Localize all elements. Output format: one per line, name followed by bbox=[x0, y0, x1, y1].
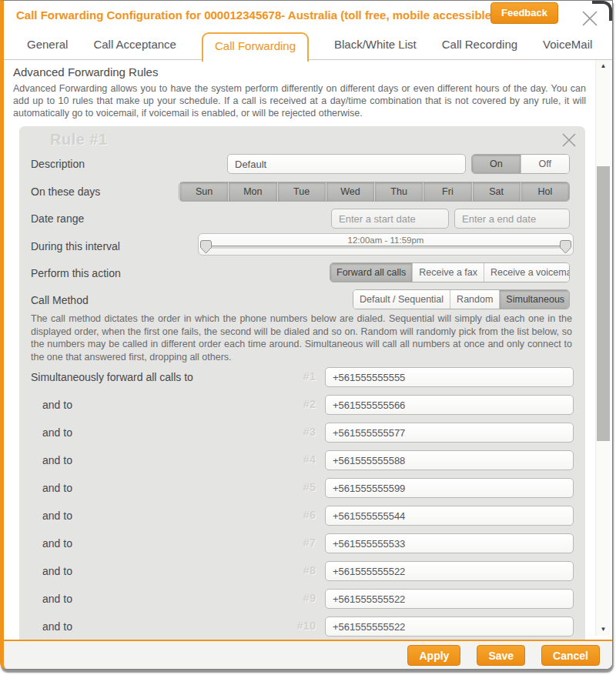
forward-row: and to #4 bbox=[19, 450, 585, 470]
forward-row-index: #2 bbox=[270, 398, 316, 410]
description-label: Description bbox=[31, 158, 85, 170]
forward-row-label: and to bbox=[42, 426, 72, 439]
interval-value: 12:00am - 11:59pm bbox=[199, 236, 573, 245]
phone-number-input-10[interactable] bbox=[325, 617, 574, 637]
phone-number-input-9[interactable] bbox=[325, 589, 574, 609]
forward-row-index: #10 bbox=[270, 620, 316, 632]
forward-row-index: #6 bbox=[270, 509, 316, 521]
forward-row-index: #5 bbox=[270, 481, 316, 493]
method-default-sequential[interactable]: Default / Sequential bbox=[353, 290, 450, 309]
forward-row: and to #10 bbox=[19, 617, 585, 637]
rule-close-icon[interactable] bbox=[561, 132, 578, 149]
action-label: Perform this action bbox=[31, 267, 121, 279]
call-forwarding-dialog: Call Forwarding Configuration for 000012… bbox=[0, 0, 613, 670]
action-receive-a-voicemail[interactable]: Receive a voicemail bbox=[484, 263, 570, 282]
tab-call-forwarding[interactable]: Call Forwarding bbox=[202, 32, 309, 62]
slider-handle-start[interactable] bbox=[200, 240, 212, 254]
scroll-down-icon[interactable]: ▼ bbox=[596, 623, 611, 636]
rule-enabled-toggle: On Off bbox=[471, 154, 570, 174]
day-button-fri[interactable]: Fri bbox=[423, 182, 471, 201]
tab-voicemail[interactable]: VoiceMail bbox=[543, 38, 592, 59]
phone-number-input-8[interactable] bbox=[325, 561, 574, 581]
action-selector: Forward all calls Receive a fax Receive … bbox=[330, 262, 570, 282]
method-simultaneous[interactable]: Simultaneous bbox=[499, 290, 570, 309]
tab-general[interactable]: General bbox=[27, 38, 68, 59]
phone-number-input-1[interactable] bbox=[325, 367, 574, 387]
close-icon[interactable] bbox=[581, 9, 599, 28]
forward-row-index: #9 bbox=[270, 592, 316, 604]
forward-row-label: and to bbox=[42, 482, 72, 494]
scroll-up-icon[interactable]: ▲ bbox=[596, 60, 611, 72]
date-range-label: Date range bbox=[31, 212, 84, 225]
tab-black-white-list[interactable]: Black/White List bbox=[334, 38, 417, 59]
forward-row: Simultaneously forward all calls to #1 bbox=[19, 367, 585, 387]
time-interval-slider[interactable]: 12:00am - 11:59pm bbox=[198, 233, 574, 256]
day-button-mon[interactable]: Mon bbox=[228, 182, 276, 201]
day-button-thu[interactable]: Thu bbox=[374, 182, 423, 201]
forward-row: and to #5 bbox=[19, 478, 585, 498]
forward-row-label: and to bbox=[42, 537, 72, 550]
rule-title: Rule #1 bbox=[50, 131, 108, 149]
end-date-input[interactable] bbox=[454, 209, 570, 229]
phone-number-input-7[interactable] bbox=[325, 533, 574, 553]
forward-row-index: #3 bbox=[270, 426, 316, 438]
phone-number-input-6[interactable] bbox=[325, 506, 574, 526]
day-button-sat[interactable]: Sat bbox=[472, 182, 521, 201]
phone-number-input-2[interactable] bbox=[325, 395, 574, 415]
forward-row: and to #2 bbox=[19, 395, 585, 415]
section-heading: Advanced Forwarding Rules bbox=[13, 65, 158, 79]
call-method-selector: Default / Sequential Random Simultaneous bbox=[353, 289, 570, 309]
save-button[interactable]: Save bbox=[477, 645, 525, 666]
toggle-on-button[interactable]: On bbox=[472, 155, 521, 173]
forward-row: and to #8 bbox=[19, 561, 585, 581]
forward-row-label: and to bbox=[42, 510, 72, 522]
phone-number-input-4[interactable] bbox=[325, 450, 574, 470]
forward-row-label: and to bbox=[42, 565, 72, 577]
scrollbar-thumb[interactable] bbox=[597, 166, 610, 441]
forward-row-label: and to bbox=[42, 620, 72, 633]
tab-bar: General Call Acceptance Call Forwarding … bbox=[4, 28, 612, 60]
action-forward-all-calls[interactable]: Forward all calls bbox=[330, 263, 412, 282]
forward-row: and to #7 bbox=[19, 533, 585, 553]
forward-row-label: and to bbox=[42, 593, 72, 605]
start-date-input[interactable] bbox=[331, 209, 449, 229]
forward-row-label: and to bbox=[42, 399, 72, 411]
forward-row: and to #3 bbox=[19, 423, 585, 443]
day-button-hol[interactable]: Hol bbox=[521, 182, 569, 201]
method-random[interactable]: Random bbox=[450, 290, 499, 309]
forward-row: and to #9 bbox=[19, 589, 585, 609]
call-method-description: The call method dictates the order in wh… bbox=[31, 312, 572, 363]
phone-number-input-3[interactable] bbox=[325, 423, 574, 443]
slider-handle-end[interactable] bbox=[560, 240, 571, 254]
apply-button[interactable]: Apply bbox=[407, 645, 460, 666]
feedback-button[interactable]: Feedback bbox=[490, 2, 558, 24]
forward-row-index: #1 bbox=[270, 370, 316, 383]
vertical-scrollbar[interactable]: ▲ ▼ bbox=[595, 60, 611, 636]
slider-track bbox=[206, 246, 566, 249]
phone-number-input-5[interactable] bbox=[325, 478, 574, 498]
footer-bar: Apply Save Cancel bbox=[4, 640, 612, 670]
interval-label: During this interval bbox=[31, 240, 120, 252]
screen: Call Forwarding Configuration for 000012… bbox=[0, 0, 616, 675]
forward-row-index: #8 bbox=[270, 564, 316, 576]
toggle-off-button[interactable]: Off bbox=[521, 155, 570, 173]
section-description: Advanced Forwarding allows you to have t… bbox=[13, 82, 586, 119]
call-method-label: Call Method bbox=[31, 294, 89, 306]
tab-call-acceptance[interactable]: Call Acceptance bbox=[93, 38, 176, 59]
forward-row-label: Simultaneously forward all calls to bbox=[31, 371, 193, 383]
days-selector: Sun Mon Tue Wed Thu Fri Sat Hol bbox=[179, 182, 570, 202]
description-input[interactable] bbox=[227, 154, 466, 174]
forward-row-index: #7 bbox=[270, 536, 316, 549]
forward-row-label: and to bbox=[42, 454, 72, 466]
cancel-button[interactable]: Cancel bbox=[541, 645, 600, 666]
rule-panel: Rule #1 Description On Off On these days… bbox=[19, 126, 585, 640]
dialog-title: Call Forwarding Configuration for 000012… bbox=[16, 8, 495, 22]
forward-row: and to #6 bbox=[19, 506, 585, 526]
day-button-sun[interactable]: Sun bbox=[179, 182, 228, 201]
days-label: On these days bbox=[31, 185, 100, 198]
forward-row-index: #4 bbox=[270, 453, 316, 466]
day-button-wed[interactable]: Wed bbox=[326, 182, 374, 201]
tab-call-recording[interactable]: Call Recording bbox=[442, 38, 517, 59]
action-receive-a-fax[interactable]: Receive a fax bbox=[412, 263, 484, 282]
day-button-tue[interactable]: Tue bbox=[277, 182, 326, 201]
